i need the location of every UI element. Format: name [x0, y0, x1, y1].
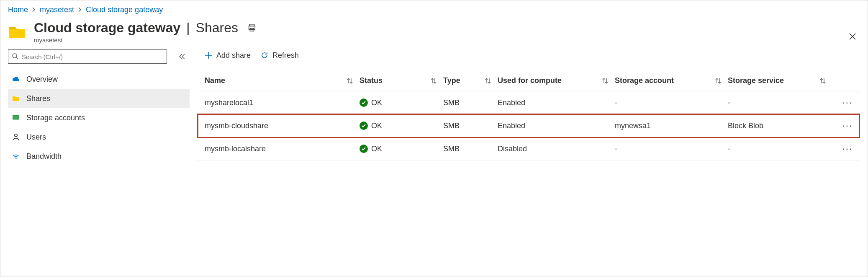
cell-status: OK — [371, 145, 382, 153]
refresh-icon — [261, 52, 268, 59]
cell-account: mynewsa1 — [611, 114, 724, 137]
plus-icon — [205, 52, 212, 59]
command-bar: Add share Refresh — [197, 44, 860, 66]
print-icon[interactable] — [247, 23, 257, 34]
cell-compute: Enabled — [494, 91, 611, 114]
svg-rect-4 — [13, 115, 19, 117]
cell-service: - — [724, 91, 829, 114]
user-icon — [11, 132, 21, 142]
search-icon — [12, 53, 18, 61]
breadcrumb-home[interactable]: Home — [8, 5, 28, 14]
main-content: Add share Refresh Name Status Type — [197, 44, 868, 166]
col-header-name[interactable]: Name — [205, 76, 225, 85]
page-title: Cloud storage gateway — [34, 20, 180, 36]
sort-icon[interactable] — [485, 78, 491, 84]
collapse-sidebar-icon[interactable] — [177, 52, 187, 62]
row-actions-icon[interactable]: ··· — [842, 143, 853, 154]
svg-rect-5 — [13, 117, 19, 119]
cloud-icon — [11, 75, 21, 84]
sort-icon[interactable] — [347, 78, 353, 84]
cell-type: SMB — [440, 137, 494, 161]
svg-point-3 — [13, 54, 17, 58]
status-ok-icon — [360, 98, 368, 107]
cell-status: OK — [371, 122, 382, 130]
col-header-service[interactable]: Storage service — [728, 76, 784, 85]
cell-type: SMB — [440, 91, 494, 114]
page-header: Cloud storage gateway | Shares myasetest — [0, 17, 868, 44]
close-icon[interactable] — [847, 31, 858, 42]
cell-name[interactable]: mysmb-localshare — [197, 137, 356, 161]
cell-account: - — [611, 91, 724, 114]
sort-icon[interactable] — [715, 78, 721, 84]
sidebar-item-users[interactable]: Users — [8, 127, 190, 147]
breadcrumb-feature[interactable]: Cloud storage gateway — [86, 5, 163, 14]
resource-name: myasetest — [34, 36, 257, 44]
cell-compute: Disabled — [494, 137, 611, 161]
chevron-right-icon — [32, 7, 36, 13]
cell-service: Block Blob — [724, 114, 829, 137]
shares-table: Name Status Type Used for compute Storag… — [197, 70, 860, 161]
search-input-wrapper[interactable] — [8, 49, 167, 64]
sidebar-item-label: Users — [26, 133, 46, 142]
title-separator: | — [186, 20, 190, 36]
col-header-account[interactable]: Storage account — [615, 76, 674, 85]
table-row[interactable]: mysmb-localshareOKSMBDisabled--··· — [197, 137, 860, 161]
row-actions-icon[interactable]: ··· — [842, 120, 853, 131]
col-header-compute[interactable]: Used for compute — [498, 76, 562, 85]
sidebar-item-label: Storage accounts — [26, 114, 85, 122]
svg-rect-6 — [13, 119, 19, 120]
col-header-status[interactable]: Status — [360, 76, 383, 85]
sidebar-item-bandwidth[interactable]: Bandwidth — [8, 147, 190, 166]
sidebar-item-shares[interactable]: Shares — [8, 89, 190, 108]
folder-icon — [8, 23, 26, 41]
svg-point-7 — [15, 134, 17, 137]
col-header-type[interactable]: Type — [443, 76, 460, 85]
cell-type: SMB — [440, 114, 494, 137]
sort-icon[interactable] — [602, 78, 608, 84]
folder-icon — [11, 94, 21, 103]
cell-compute: Enabled — [494, 114, 611, 137]
table-row[interactable]: mysharelocal1OKSMBEnabled--··· — [197, 91, 860, 114]
cell-name[interactable]: mysmb-cloudshare — [197, 114, 356, 137]
cell-service: - — [724, 137, 829, 161]
search-input[interactable] — [22, 53, 163, 60]
sort-icon[interactable] — [431, 78, 437, 84]
chevron-right-icon — [78, 7, 82, 13]
table-row[interactable]: mysmb-cloudshareOKSMBEnabledmynewsa1Bloc… — [197, 114, 860, 137]
status-ok-icon — [360, 145, 368, 153]
cell-status: OK — [371, 98, 382, 107]
cell-account: - — [611, 137, 724, 161]
add-share-label: Add share — [216, 51, 251, 60]
row-actions-icon[interactable]: ··· — [842, 97, 853, 108]
sidebar: OverviewSharesStorage accountsUsersBandw… — [0, 44, 197, 166]
sidebar-item-label: Shares — [26, 94, 50, 103]
storage-icon — [11, 113, 21, 122]
sort-icon[interactable] — [820, 78, 826, 84]
add-share-button[interactable]: Add share — [205, 51, 251, 60]
refresh-button[interactable]: Refresh — [261, 51, 299, 60]
cell-name[interactable]: mysharelocal1 — [197, 91, 356, 114]
sidebar-item-storage-accounts[interactable]: Storage accounts — [8, 108, 190, 127]
sidebar-item-label: Bandwidth — [26, 152, 62, 161]
breadcrumb: Home myasetest Cloud storage gateway — [0, 0, 868, 17]
sidebar-item-label: Overview — [26, 75, 58, 84]
page-section: Shares — [196, 20, 238, 36]
refresh-label: Refresh — [272, 51, 299, 60]
breadcrumb-resource[interactable]: myasetest — [40, 5, 74, 14]
sidebar-item-overview[interactable]: Overview — [8, 70, 190, 89]
wifi-icon — [11, 152, 21, 161]
status-ok-icon — [360, 122, 368, 130]
